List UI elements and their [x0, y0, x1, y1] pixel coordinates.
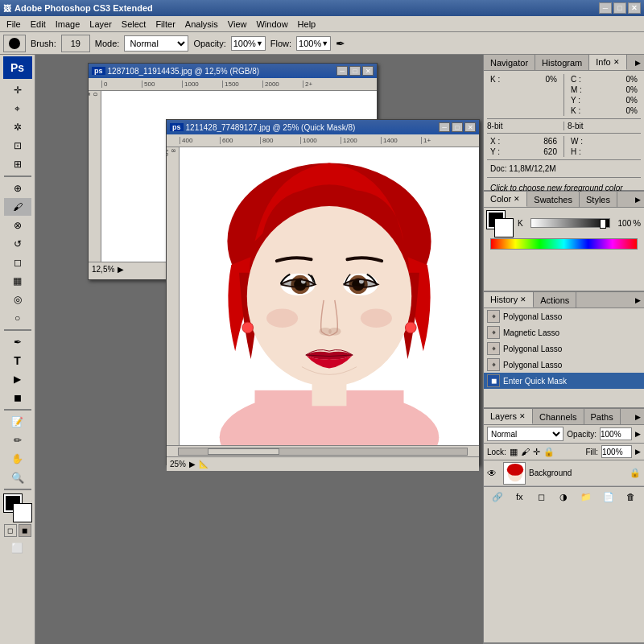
menu-layer[interactable]: Layer [85, 18, 117, 31]
doc-hscroll-2[interactable] [167, 445, 479, 456]
menu-file[interactable]: File [2, 18, 26, 31]
fill-dropdown[interactable]: ▶ [635, 448, 641, 456]
layers-panel-arrow[interactable]: ▶ [635, 413, 641, 421]
tool-slice[interactable]: ⊞ [4, 155, 31, 173]
tab-navigator[interactable]: Navigator [484, 55, 535, 70]
blend-mode-select[interactable]: Normal [487, 427, 564, 441]
canvas-area[interactable]: ps 1287108_11914435.jpg @ 12,5% (RGB/8) … [35, 55, 483, 644]
doc-titlebar-1[interactable]: ps 1287108_11914435.jpg @ 12,5% (RGB/8) … [89, 64, 377, 78]
tab-color-close[interactable]: ✕ [514, 195, 520, 203]
tab-info-close[interactable]: ✕ [613, 58, 620, 66]
layer-link-btn[interactable]: 🔗 [489, 489, 506, 504]
panel-menu-arrow[interactable]: ▶ [635, 59, 641, 67]
menu-analysis[interactable]: Analysis [180, 18, 223, 31]
tool-brush[interactable]: 🖌 [4, 198, 31, 216]
tab-paths[interactable]: Paths [584, 409, 621, 424]
opacity-arrow[interactable]: ▼ [256, 39, 263, 47]
color-tabs[interactable]: Color ✕ Swatches Styles ▶ [484, 192, 644, 208]
tool-dodge[interactable]: ○ [4, 309, 31, 327]
history-item-1[interactable]: ⌖ Magnetic Lasso [484, 324, 644, 341]
close-button[interactable]: ✕ [628, 2, 641, 14]
flow-input[interactable]: 100% ▼ [296, 36, 331, 51]
menu-select[interactable]: Select [117, 18, 151, 31]
maximize-button[interactable]: □ [613, 2, 626, 14]
tool-history-brush[interactable]: ↺ [4, 235, 31, 253]
opacity-input[interactable]: 100% ▼ [231, 36, 266, 51]
standard-mode[interactable]: ◻ [4, 524, 17, 537]
doc-maximize-1[interactable]: □ [349, 66, 361, 76]
scroll-track[interactable] [178, 448, 468, 456]
airbrush-toggle[interactable]: ✒ [336, 37, 345, 50]
menu-view[interactable]: View [223, 18, 252, 31]
lock-transparent[interactable]: ▦ [510, 447, 518, 457]
doc-minimize-2[interactable]: ─ [439, 122, 450, 132]
tab-swatches[interactable]: Swatches [527, 192, 580, 207]
menu-window[interactable]: Window [251, 18, 292, 31]
mode-select[interactable]: Normal [124, 35, 188, 52]
brush-size-picker[interactable]: 19 [61, 35, 90, 52]
history-tabs[interactable]: History ✕ Actions ▶ [484, 292, 644, 308]
layer-item-background[interactable]: 👁 Background 🔒 [484, 460, 644, 486]
background-color[interactable] [14, 504, 31, 522]
tool-magic-wand[interactable]: ✲ [4, 118, 31, 136]
lock-move[interactable]: ✛ [533, 447, 540, 457]
doc-controls-1[interactable]: ─ □ ✕ [336, 66, 374, 76]
tab-layers[interactable]: Layers ✕ [484, 409, 533, 424]
doc-close-1[interactable]: ✕ [362, 66, 374, 76]
doc-close-2[interactable]: ✕ [464, 122, 476, 132]
color-panel-arrow[interactable]: ▶ [635, 196, 641, 204]
doc-maximize-2[interactable]: □ [452, 122, 463, 132]
tab-history-close[interactable]: ✕ [520, 295, 526, 303]
tab-history[interactable]: History ✕ [484, 292, 534, 308]
tool-crop[interactable]: ⊡ [4, 137, 31, 155]
layer-group-btn[interactable]: 📁 [578, 489, 594, 504]
tab-color[interactable]: Color ✕ [484, 192, 527, 207]
layers-tabs[interactable]: Layers ✕ Channels Paths ▶ [484, 409, 644, 425]
tab-histogram[interactable]: Histogram [535, 55, 589, 70]
tool-clone[interactable]: ⊗ [4, 217, 31, 234]
info-tabs[interactable]: Navigator Histogram Info ✕ ▶ [484, 55, 644, 71]
menu-image[interactable]: Image [51, 18, 85, 31]
tab-layers-close[interactable]: ✕ [519, 412, 526, 420]
tab-actions[interactable]: Actions [534, 292, 576, 308]
doc-minimize-1[interactable]: ─ [336, 66, 348, 76]
color-spectrum[interactable] [490, 238, 638, 250]
history-item-0[interactable]: ⌖ Polygonal Lasso [484, 308, 644, 324]
tool-lasso[interactable]: ⌖ [4, 100, 31, 118]
color-bg[interactable] [495, 219, 513, 237]
color-fg-bg[interactable] [487, 211, 513, 237]
tab-styles[interactable]: Styles [580, 192, 617, 207]
brush-preview[interactable] [3, 35, 26, 52]
flow-arrow[interactable]: ▼ [321, 39, 328, 47]
menu-filter[interactable]: Filter [151, 18, 180, 31]
tool-eraser[interactable]: ◻ [4, 254, 31, 271]
tab-channels[interactable]: Channels [533, 409, 584, 424]
titlebar-controls[interactable]: ─ □ ✕ [599, 2, 641, 14]
tab-info[interactable]: Info ✕ [589, 55, 626, 70]
layer-eye[interactable]: 👁 [487, 468, 500, 479]
tool-spot-heal[interactable]: ⊕ [4, 180, 31, 197]
history-list[interactable]: ⌖ Polygonal Lasso ⌖ Magnetic Lasso ⌖ Pol… [484, 308, 644, 397]
tool-text[interactable]: T [4, 352, 31, 369]
layer-delete-btn[interactable]: 🗑 [622, 489, 638, 504]
lock-all[interactable]: 🔒 [543, 447, 555, 457]
tool-path-select[interactable]: ▶ [4, 370, 31, 388]
tool-gradient[interactable]: ▦ [4, 272, 31, 290]
history-item-3[interactable]: ⌖ Polygonal Lasso [484, 357, 644, 373]
tool-shape[interactable]: ◼ [4, 389, 31, 407]
tool-zoom[interactable]: 🔍 [4, 469, 31, 486]
color-swatch[interactable] [4, 494, 31, 522]
menu-help[interactable]: Help [293, 18, 321, 31]
tool-notes[interactable]: 📝 [4, 413, 31, 431]
opacity-dropdown[interactable]: ▶ [635, 430, 641, 438]
opacity-layers-input[interactable] [600, 427, 632, 440]
doc-canvas-2[interactable] [180, 147, 479, 445]
k-slider[interactable] [530, 218, 610, 228]
history-item-4[interactable]: ◼ Enter Quick Mask [484, 373, 644, 389]
history-panel-arrow[interactable]: ▶ [635, 296, 641, 304]
layer-adj-btn[interactable]: ◑ [555, 489, 572, 504]
tool-blur[interactable]: ◎ [4, 291, 31, 308]
screen-mode[interactable]: ⬜ [4, 539, 31, 557]
doc-controls-2[interactable]: ─ □ ✕ [439, 122, 476, 132]
doc-titlebar-2[interactable]: ps 1211428_77489127.jpg @ 25% (Quick Mas… [167, 120, 479, 134]
